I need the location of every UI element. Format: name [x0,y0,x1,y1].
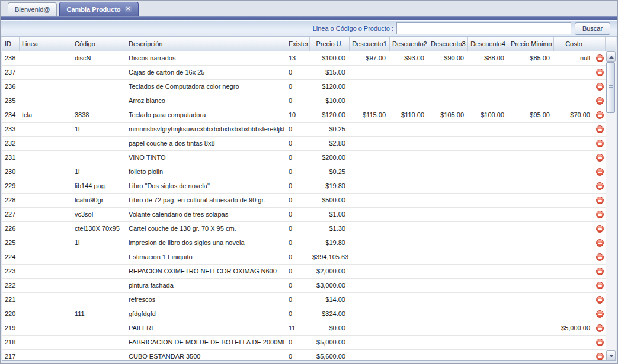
delete-row-icon[interactable] [596,310,604,318]
table-row[interactable]: 219PAILERI11$0.00$5,000.00 [2,321,606,336]
table-row[interactable]: 237Cajas de carton de 16x 250$15.00 [2,66,606,80]
cell-pmin [508,94,554,108]
cell-delete [594,66,606,79]
delete-row-icon[interactable] [596,83,604,91]
tab-bienvenida[interactable]: Bienvenid@ [8,2,57,16]
column-header-d4[interactable]: Descuento4 [468,37,508,51]
cell-d2 [390,350,428,360]
table-row[interactable]: 238discNDiscos narrados13$100.00$97.00$9… [2,51,606,66]
cell-id: 229 [2,179,20,193]
delete-row-icon[interactable] [596,339,604,346]
delete-row-icon[interactable] [596,140,604,147]
cell-d3 [428,94,468,108]
tab-bar: Bienvenid@ Cambia Producto ✕ [1,1,617,16]
cell-d4 [468,350,508,360]
column-header-id[interactable]: ID [2,37,20,51]
cell-d1 [350,208,390,221]
column-header-linea[interactable]: Linea [20,37,72,51]
delete-row-icon[interactable] [596,182,604,190]
delete-row-icon[interactable] [596,353,604,360]
tab-close-icon[interactable]: ✕ [125,6,132,12]
cell-precio: $0.25 [310,165,350,179]
cell-id: 228 [2,194,20,207]
cell-linea [20,265,72,278]
cell-delete [594,123,606,136]
cell-d2 [390,307,428,321]
delete-row-icon[interactable] [596,239,604,247]
vertical-scrollbar[interactable] [606,51,616,360]
delete-row-icon[interactable] [596,324,604,332]
delete-row-icon[interactable] [596,225,604,233]
delete-row-icon[interactable] [596,154,604,162]
cell-codigo: vc3sol [72,208,126,221]
cell-d2 [390,250,428,264]
search-input[interactable] [396,22,571,34]
table-row[interactable]: 222pintura fachada0$3,000.00 [2,279,606,293]
cell-d3 [428,307,468,321]
delete-row-icon[interactable] [596,197,604,204]
cell-precio: $500.00 [310,194,350,207]
delete-row-icon[interactable] [596,168,604,176]
cell-linea [20,94,72,108]
cell-exist: 0 [286,94,310,108]
scroll-down-button[interactable] [606,350,616,360]
column-header-d3[interactable]: Descuento3 [428,37,468,51]
delete-row-icon[interactable] [596,253,604,261]
table-row[interactable]: 218FABRICACION DE MOLDE DE BOTELLA DE 20… [2,336,606,350]
cell-codigo [72,293,126,307]
delete-row-icon[interactable] [596,54,604,62]
column-header-exist[interactable]: Existencia [286,37,310,51]
table-row[interactable]: 228lcahu90gr.Libro de 72 pag. en cultura… [2,194,606,208]
table-row[interactable]: 217CUBO ESTANDAR 35000$5,600.00 [2,350,606,360]
table-row[interactable]: 2331lmmnnsbsvfgryhnjksuwrcxbbxbxbxbxbxbx… [2,123,606,137]
buscar-button[interactable]: Buscar [575,22,610,35]
table-row[interactable]: 2251limpresion de libro dos siglos una n… [2,236,606,250]
table-row[interactable]: 221refrescos0$14.00 [2,293,606,307]
cell-d4 [468,94,508,108]
column-header-codigo[interactable]: Código [72,37,126,51]
delete-row-icon[interactable] [596,111,604,119]
table-row[interactable]: 232papel couche a dos tintas 8x80$2.80 [2,137,606,151]
scroll-thumb[interactable] [606,62,615,113]
table-row[interactable]: 227vc3solVolante calendario de tres sola… [2,208,606,222]
cell-codigo [72,137,126,150]
table-row[interactable]: 223REPACION OXIMETRO NELLCOR OXIMAG N600… [2,265,606,279]
delete-row-icon[interactable] [596,211,604,218]
column-header-precio[interactable]: Precio U. [310,37,350,51]
delete-row-icon[interactable] [596,282,604,289]
delete-row-icon[interactable] [596,125,604,133]
table-row[interactable]: 234tcla3838Teclado para computadora10$12… [2,108,606,123]
delete-row-icon[interactable] [596,268,604,275]
column-header-d1[interactable]: Descuento1 [350,37,390,51]
column-header-pmin[interactable]: Precio Minimo [508,37,554,51]
column-header-d2[interactable]: Descuento2 [390,37,428,51]
cell-d3 [428,279,468,292]
delete-row-icon[interactable] [596,69,604,76]
cell-id: 235 [2,94,20,108]
table-row[interactable]: 2301lfolleto piolin0$0.25 [2,165,606,179]
table-row[interactable]: 236Teclados de Computadora color negro0$… [2,80,606,94]
cell-id: 226 [2,222,20,236]
delete-row-icon[interactable] [596,97,604,105]
cell-d2 [390,80,428,94]
cell-d2 [390,123,428,136]
products-grid: IDLineaCódigoDescripciónExistenciaPrecio… [2,37,616,361]
cell-exist: 0 [286,137,310,150]
cell-precio: $5,000.00 [310,336,350,349]
cell-costo: null [554,51,594,65]
table-row[interactable]: 220111gfdgfdgfd0$324.00 [2,307,606,321]
cell-d3 [428,336,468,349]
column-header-descripcion[interactable]: Descripción [126,37,286,51]
table-row[interactable]: 235Arroz blanco0$10.00 [2,94,606,108]
delete-row-icon[interactable] [596,296,604,304]
tab-cambia-producto[interactable]: Cambia Producto ✕ [59,2,138,16]
table-row[interactable]: 224Estimacion 1 Finiquito0$394,105.63 [2,250,606,265]
scroll-up-button[interactable] [606,51,616,62]
table-row[interactable]: 226ctel130X 70x95Cartel couche de 130 gr… [2,222,606,236]
table-row[interactable]: 231VINO TINTO0$200.00 [2,151,606,165]
column-header-costo[interactable]: Costo [554,37,594,51]
cell-delete [594,80,606,94]
cell-delete [594,321,606,335]
cell-d3 [428,321,468,335]
table-row[interactable]: 229lib144 pag.Libro "Dos siglos de novel… [2,179,606,194]
